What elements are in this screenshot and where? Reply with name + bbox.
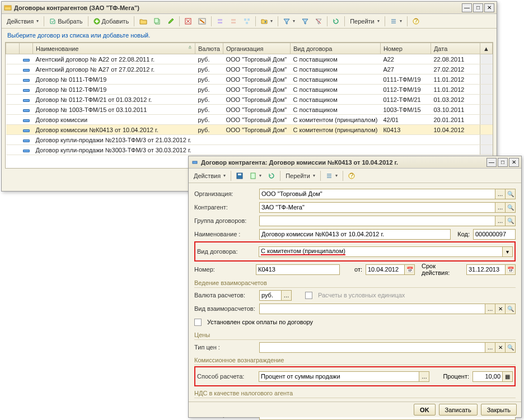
table-row[interactable]: Агентский договор № А22 от 22.08.2011 г.… <box>6 54 493 64</box>
svg-rect-13 <box>246 22 248 24</box>
col-currency[interactable]: Валюта <box>195 43 223 54</box>
maximize-button[interactable]: □ <box>498 158 508 167</box>
move-icon[interactable] <box>258 16 275 27</box>
clear-button[interactable]: ✕ <box>495 304 506 314</box>
copy-icon[interactable] <box>151 16 163 27</box>
table-row[interactable]: Договор № 1003-ТФМ/15 от 03.10.2011руб.О… <box>6 105 493 115</box>
group-field[interactable] <box>259 216 495 226</box>
section-prices: Цены <box>194 332 516 340</box>
col-name[interactable]: Наименование≛ <box>33 43 195 54</box>
org-field[interactable] <box>259 189 495 199</box>
minimize-button[interactable]: — <box>462 3 472 12</box>
label-pay: Установлен срок оплаты по договору <box>207 319 313 325</box>
edit-icon[interactable] <box>165 16 177 27</box>
ellipsis-button[interactable]: … <box>495 202 506 213</box>
refresh-icon[interactable] <box>330 16 342 27</box>
col-kind[interactable]: Вид договора <box>291 43 381 54</box>
contr-field[interactable] <box>259 202 495 213</box>
label-kind: Вид договора: <box>197 248 255 255</box>
table-row[interactable]: Договор № 0111-ТФМ/19руб.ООО "Торговый Д… <box>6 74 493 85</box>
help-icon[interactable]: ? <box>410 16 422 27</box>
col-blank[interactable] <box>6 43 20 54</box>
dropdown-button[interactable]: ▾ <box>503 246 513 257</box>
table-row[interactable]: Договор № 0112-ТФМ/21 от 01.03.2012 г.ру… <box>6 95 493 105</box>
table-row[interactable]: Договор купли-продажи №2103-ТФМ/3 от 21.… <box>6 135 493 145</box>
cur-field[interactable] <box>259 290 282 301</box>
win2-toolbar: Действия Перейти ? <box>189 169 521 183</box>
ellipsis-button[interactable]: … <box>495 189 506 199</box>
filter-off-icon[interactable] <box>312 16 325 27</box>
ellipsis-button[interactable]: … <box>495 216 506 226</box>
toggle-icon[interactable] <box>195 16 209 27</box>
actions-menu[interactable]: Действия <box>191 170 228 181</box>
ptype-field[interactable] <box>259 342 485 353</box>
code-field[interactable] <box>473 229 516 240</box>
tree-icon[interactable] <box>241 16 253 27</box>
ellipsis-button[interactable]: … <box>485 304 495 314</box>
clear-button[interactable]: ✕ <box>495 342 506 353</box>
contracts-grid[interactable]: Наименование≛ Валюта Организация Вид дог… <box>5 42 493 169</box>
cond-checkbox[interactable] <box>305 292 312 299</box>
close-button[interactable]: ✕ <box>484 3 494 12</box>
table-row[interactable]: Договор купли-продажи №3003-ТФМ/3 от 30.… <box>6 145 493 155</box>
ellipsis-button[interactable]: … <box>485 342 495 353</box>
save-button[interactable]: Записать <box>439 404 478 416</box>
table-row[interactable]: Договор комиссии №К0413 от 10.04.2012 г.… <box>6 125 493 135</box>
scroll-header: ▲ <box>480 43 493 54</box>
hier-up-icon[interactable] <box>214 16 226 27</box>
select-button[interactable]: Выбрать <box>46 16 85 27</box>
table-row[interactable]: Договор комиссиируб.ООО "Торговый Дом"С … <box>6 115 493 125</box>
list-mode-icon[interactable] <box>323 170 340 181</box>
calc-icon[interactable]: ▦ <box>503 371 513 382</box>
list-mode-icon[interactable] <box>387 16 405 27</box>
pay-checkbox[interactable] <box>194 319 202 326</box>
close-button[interactable]: Закрыть <box>481 404 517 416</box>
label-contr: Контрагент: <box>194 204 256 211</box>
lookup-button[interactable]: 🔍 <box>506 202 516 213</box>
maximize-button[interactable]: □ <box>473 3 483 12</box>
col-org[interactable]: Организация <box>223 43 291 54</box>
hier-down-icon[interactable] <box>227 16 240 27</box>
ok-button[interactable]: OK <box>414 404 436 416</box>
col-icon[interactable] <box>20 43 33 54</box>
save-icon[interactable] <box>233 170 246 181</box>
ellipsis-button[interactable]: … <box>419 371 429 382</box>
col-date[interactable]: Дата <box>431 43 480 54</box>
svg-rect-7 <box>218 19 222 21</box>
col-num[interactable]: Номер <box>380 43 431 54</box>
filter1-icon[interactable] <box>280 16 298 27</box>
ellipsis-button[interactable]: … <box>282 290 292 301</box>
help-icon[interactable]: ? <box>345 170 358 181</box>
label-kind2: Вид взаиморасчетов: <box>194 305 256 312</box>
calendar-icon[interactable]: 📅 <box>506 264 516 275</box>
lookup-button[interactable]: 🔍 <box>506 304 516 314</box>
lookup-button[interactable]: 🔍 <box>506 342 516 353</box>
goto-menu[interactable]: Перейти <box>283 170 318 181</box>
name-field[interactable] <box>259 229 451 240</box>
goto-menu[interactable]: Перейти <box>347 16 382 27</box>
calendar-icon[interactable]: 📅 <box>405 264 415 275</box>
actions-menu[interactable]: Действия <box>4 16 41 27</box>
method-field[interactable] <box>259 371 419 382</box>
lookup-button[interactable]: 🔍 <box>506 216 516 226</box>
minimize-button[interactable]: — <box>486 158 497 167</box>
add-button[interactable]: Добавить <box>91 16 132 27</box>
svg-text:?: ? <box>350 172 353 179</box>
num-field[interactable] <box>256 264 340 275</box>
close-button[interactable]: ✕ <box>509 158 519 167</box>
table-row[interactable]: Договор № 0112-ТФМ/19руб.ООО "Торговый Д… <box>6 85 493 95</box>
label-num: Номер: <box>194 266 252 273</box>
new-folder-icon[interactable] <box>137 16 150 27</box>
kind2-field[interactable] <box>259 304 485 314</box>
kind-field[interactable]: С комитентом (принципалом) <box>259 246 503 257</box>
table-row[interactable]: Агентский договор № А27 от 27.02.2012 г.… <box>6 64 493 74</box>
pct-field[interactable] <box>472 371 503 382</box>
lookup-button[interactable]: 🔍 <box>506 189 516 199</box>
delete-mark-icon[interactable] <box>182 16 194 27</box>
from-field[interactable] <box>366 264 405 275</box>
report-icon[interactable] <box>247 170 264 181</box>
refresh-icon[interactable] <box>265 170 278 181</box>
valid-field[interactable] <box>466 264 506 275</box>
section-settlements: Ведение взаиморасчетов <box>194 279 516 288</box>
filter2-icon[interactable] <box>299 16 311 27</box>
